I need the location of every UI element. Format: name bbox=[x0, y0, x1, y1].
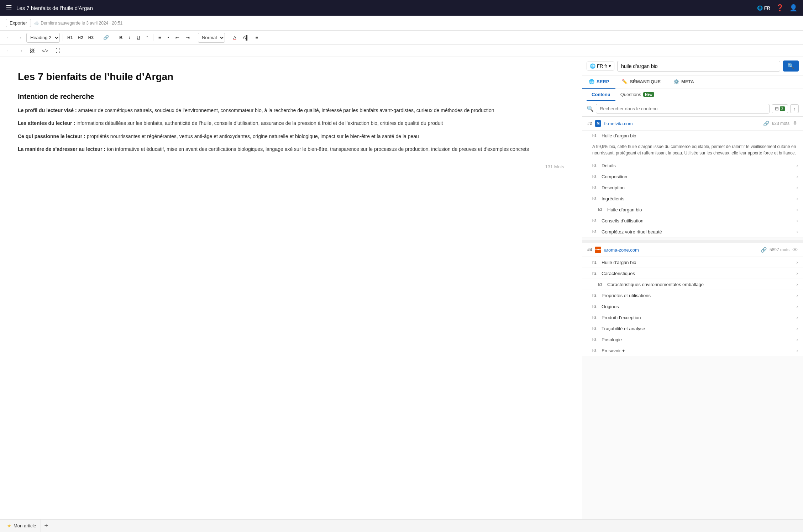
aroma-heading-caracteristiques[interactable]: h2 Caractéristiques › bbox=[582, 268, 803, 279]
para-1[interactable]: Le profil du lecteur visé : amateur de c… bbox=[18, 106, 564, 114]
aroma-heading-posologie[interactable]: h2 Posologie › bbox=[582, 334, 803, 345]
chevron-composition: › bbox=[796, 174, 798, 179]
search-row: 🌐 FR fr ▾ 🔍 bbox=[582, 57, 803, 75]
undo-button[interactable]: ← bbox=[4, 34, 13, 41]
subtab-questions[interactable]: Questions New bbox=[615, 89, 659, 101]
bold-button[interactable]: B bbox=[117, 34, 125, 41]
serp-search-input[interactable] bbox=[617, 61, 780, 72]
aroma-hide-icon[interactable]: 👁 bbox=[792, 247, 798, 253]
star-icon: ★ bbox=[7, 523, 11, 528]
melvita-heading-composition[interactable]: h2 Composition › bbox=[582, 171, 803, 182]
melvita-name[interactable]: fr.melvita.com bbox=[604, 121, 759, 126]
cloud-icon: ☁️ bbox=[34, 21, 39, 26]
chevron-posologie: › bbox=[796, 337, 798, 342]
indent-left-button[interactable]: ⇤ bbox=[173, 34, 182, 41]
chevron-caract: › bbox=[796, 270, 798, 276]
normal-select[interactable]: Normal bbox=[198, 33, 225, 43]
search-button[interactable]: 🔍 bbox=[783, 60, 799, 72]
hamburger-icon[interactable]: ☰ bbox=[6, 4, 12, 12]
heading-select[interactable]: Heading 2 Heading 1 Heading 3 Normal bbox=[26, 33, 60, 43]
serp-icon: 🌐 bbox=[589, 79, 594, 84]
para-2-label: Les attentes du lecteur : bbox=[18, 120, 75, 126]
melvita-link-icon[interactable]: 🔗 bbox=[763, 121, 769, 126]
link-button[interactable]: 🔗 bbox=[101, 34, 111, 41]
sub-tabs: Contenu Questions New bbox=[582, 89, 803, 101]
para-2[interactable]: Les attentes du lecteur : informations d… bbox=[18, 119, 564, 127]
ordered-list-button[interactable]: ≡ bbox=[156, 34, 163, 41]
tab-meta[interactable]: ⚙️ META bbox=[667, 75, 700, 89]
aroma-h1[interactable]: h1 Huile d’argan bio › bbox=[582, 257, 803, 268]
align-button[interactable]: ≡ bbox=[253, 34, 261, 41]
melvita-heading-details[interactable]: h2 Details › bbox=[582, 160, 803, 171]
article-tab[interactable]: ★ Mon article bbox=[3, 520, 41, 532]
site-section-aroma: #4 〰 aroma-zone.com 🔗 5897 mots 👁 h1 Hui… bbox=[582, 243, 803, 356]
h1-button[interactable]: H1 bbox=[66, 35, 74, 41]
aroma-link-icon[interactable]: 🔗 bbox=[761, 247, 767, 253]
para-3[interactable]: Ce qui passionne le lecteur : propriétés… bbox=[18, 132, 564, 140]
back-button[interactable]: ← bbox=[4, 47, 13, 54]
redo-button[interactable]: → bbox=[15, 34, 24, 41]
aroma-heading-tracabilite[interactable]: h2 Traçabilité et analyse › bbox=[582, 323, 803, 334]
panel-content: #2 M fr.melvita.com 🔗 623 mots 👁 h1 Huil… bbox=[582, 117, 803, 519]
toolbar-row1: Exporter ☁️ Dernière sauvegarde le 3 avr… bbox=[0, 16, 803, 31]
content-search-input[interactable] bbox=[596, 104, 770, 114]
italic-button[interactable]: I bbox=[127, 34, 132, 41]
language-selector[interactable]: 🌐 FR bbox=[757, 5, 770, 11]
underline-button[interactable]: U bbox=[135, 34, 142, 41]
tab-serp[interactable]: 🌐 SERP bbox=[582, 75, 615, 89]
aroma-name[interactable]: aroma-zone.com bbox=[604, 247, 756, 253]
page-title: Les 7 bienfaits de l'huile d'Argan bbox=[16, 5, 753, 11]
melvita-heading-ingredients[interactable]: h2 Ingrédients › bbox=[582, 193, 803, 204]
article-title[interactable]: Les 7 bienfaits de l’huile d’Argan bbox=[18, 71, 564, 83]
help-icon[interactable]: ❓ bbox=[776, 4, 784, 12]
export-button[interactable]: Exporter bbox=[6, 19, 31, 27]
h3-button[interactable]: H3 bbox=[87, 35, 95, 41]
chevron-details: › bbox=[796, 163, 798, 168]
chevron-caract-env: › bbox=[796, 281, 798, 287]
bottom-tabs: ★ Mon article + bbox=[0, 519, 803, 532]
para-1-label: Le profil du lecteur visé : bbox=[18, 107, 77, 113]
subtab-contenu[interactable]: Contenu bbox=[587, 89, 615, 101]
melvita-heading-conseils[interactable]: h2 Conseils d’utilisation › bbox=[582, 215, 803, 226]
chevron-ingredients: › bbox=[796, 196, 798, 201]
user-icon[interactable]: 👤 bbox=[789, 4, 797, 12]
filter-button[interactable]: ⊟ 3 bbox=[772, 104, 788, 113]
spacer bbox=[582, 240, 803, 243]
melvita-heading-description[interactable]: h2 Description › bbox=[582, 182, 803, 193]
melvita-heading-huile-h3[interactable]: h3 Huile d’argan bio › bbox=[582, 204, 803, 215]
forward-button[interactable]: → bbox=[16, 47, 25, 54]
aroma-heading-en-savoir[interactable]: h2 En savoir + › bbox=[582, 345, 803, 356]
editor-area[interactable]: Les 7 bienfaits de l’huile d’Argan Inten… bbox=[0, 57, 582, 519]
melvita-hide-icon[interactable]: 👁 bbox=[792, 120, 798, 127]
quote-button[interactable]: " bbox=[144, 34, 150, 41]
para-4-content: ton informative et éducatif, mise en ava… bbox=[107, 146, 529, 152]
site-num-4: #4 bbox=[587, 247, 592, 252]
aroma-heading-caract-env[interactable]: h3 Caractéristiques environnementales em… bbox=[582, 279, 803, 290]
indent-right-button[interactable]: ⇥ bbox=[184, 34, 192, 41]
aroma-heading-proprietes[interactable]: h2 Propriétés et utilisations › bbox=[582, 290, 803, 301]
new-badge: New bbox=[643, 92, 654, 97]
melvita-h1[interactable]: h1 Huile d’argan bio bbox=[582, 130, 803, 141]
para-4[interactable]: La manière de s'adresser au lecteur : to… bbox=[18, 145, 564, 153]
main-layout: Les 7 bienfaits de l’huile d’Argan Inten… bbox=[0, 57, 803, 519]
gear-icon: ⚙️ bbox=[673, 79, 679, 84]
add-tab-button[interactable]: + bbox=[41, 522, 52, 530]
h1-text: Huile d’argan bio bbox=[602, 133, 798, 138]
text-color-button[interactable]: A bbox=[231, 34, 238, 41]
section-heading[interactable]: Intention de recherche bbox=[18, 93, 564, 101]
unordered-list-button[interactable]: • bbox=[166, 34, 172, 41]
text-bg-button[interactable]: A▌ bbox=[241, 34, 251, 41]
sort-button[interactable]: ↕ bbox=[790, 104, 799, 113]
tab-semantique[interactable]: ✏️ SÉMANTIQUE bbox=[615, 75, 667, 89]
aroma-heading-origines[interactable]: h2 Origines › bbox=[582, 301, 803, 312]
aroma-heading-produit[interactable]: h2 Produit d’exception › bbox=[582, 312, 803, 323]
filter-count-badge: 3 bbox=[780, 106, 785, 111]
melvita-word-count: 623 mots bbox=[772, 121, 789, 126]
h2-button[interactable]: H2 bbox=[76, 35, 84, 41]
melvita-heading-completez[interactable]: h2 Complétez votre rituel beauté › bbox=[582, 226, 803, 237]
chevron-aroma-h1: › bbox=[796, 259, 798, 265]
lang-pill[interactable]: 🌐 FR fr ▾ bbox=[587, 62, 614, 70]
image-button[interactable]: 🖼 bbox=[28, 47, 37, 54]
fullscreen-button[interactable]: ⛶ bbox=[53, 47, 62, 54]
code-button[interactable]: </> bbox=[40, 47, 51, 54]
